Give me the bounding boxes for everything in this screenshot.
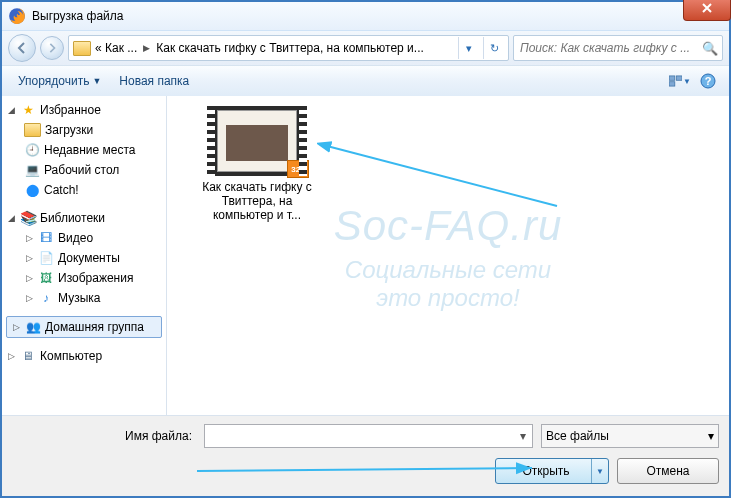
computer-icon: 🖥 (20, 348, 36, 364)
nav-pictures[interactable]: ▷🖼Изображения (2, 268, 166, 288)
catch-icon: ⬤ (24, 182, 40, 198)
address-row: « Как ... ▶ Как скачать гифку с Твиттера… (2, 31, 729, 66)
music-icon: ♪ (38, 290, 54, 306)
nav-favorites[interactable]: ◢★Избранное (2, 100, 166, 120)
nav-computer[interactable]: ▷🖥Компьютер (2, 346, 166, 366)
chevron-down-icon: ▾ (708, 429, 714, 443)
open-split-dropdown[interactable]: ▼ (591, 459, 608, 483)
file-dialog-window: Выгрузка файла « Как ... ▶ Как скачать г… (0, 0, 731, 498)
organize-button[interactable]: Упорядочить ▼ (12, 70, 107, 92)
dialog-footer: Имя файла: ▾ Все файлы ▾ Открыть ▼ Отмен… (2, 415, 729, 496)
cancel-label: Отмена (646, 464, 689, 478)
search-icon[interactable]: 🔍 (702, 41, 718, 56)
nav-catch[interactable]: ⬤Catch! (2, 180, 166, 200)
chevron-down-icon: ▼ (683, 77, 691, 86)
breadcrumb-prefix: « Как ... (95, 41, 137, 55)
back-button[interactable] (8, 34, 36, 62)
desktop-icon: 💻 (24, 162, 40, 178)
nav-recent[interactable]: 🕘Недавние места (2, 140, 166, 160)
nav-libraries[interactable]: ◢📚Библиотеки (2, 208, 166, 228)
library-icon: 📚 (20, 210, 36, 226)
toolbar: Упорядочить ▼ Новая папка ▼ ? (2, 66, 729, 97)
annotation-arrow-1 (317, 126, 567, 226)
video-icon: 🎞 (38, 230, 54, 246)
new-folder-button[interactable]: Новая папка (113, 70, 195, 92)
file-item[interactable]: 321 Как скачать гифку с Твиттера, на ком… (197, 106, 317, 222)
filename-label: Имя файла: (12, 429, 196, 443)
navigation-pane: ◢★Избранное Загрузки 🕘Недавние места 💻Ра… (2, 96, 167, 418)
close-icon (702, 3, 712, 13)
star-icon: ★ (20, 102, 36, 118)
title-bar: Выгрузка файла (2, 2, 729, 31)
cancel-button[interactable]: Отмена (617, 458, 719, 484)
content-pane[interactable]: Soc-FAQ.ru Социальные сети это просто! 3… (167, 96, 729, 418)
folder-icon (73, 41, 91, 56)
help-icon: ? (700, 73, 716, 89)
back-arrow-icon (16, 42, 28, 54)
organize-label: Упорядочить (18, 74, 89, 88)
open-label: Открыть (522, 464, 569, 478)
file-label: Как скачать гифку с Твиттера, на компьют… (197, 180, 317, 222)
homegroup-icon: 👥 (25, 319, 41, 335)
window-title: Выгрузка файла (32, 9, 124, 23)
file-thumbnail: 321 (207, 106, 307, 176)
firefox-icon (8, 7, 26, 25)
picture-icon: 🖼 (38, 270, 54, 286)
forward-arrow-icon (47, 43, 57, 53)
breadcrumb-path: Как скачать гифку с Твиттера, на компьют… (156, 41, 424, 55)
search-input[interactable] (518, 40, 702, 56)
svg-rect-3 (669, 82, 675, 86)
document-icon: 📄 (38, 250, 54, 266)
view-icon (669, 74, 682, 88)
open-button[interactable]: Открыть ▼ (495, 458, 609, 484)
chevron-right-icon: ▶ (141, 43, 152, 53)
breadcrumb-dropdown[interactable]: ▾ (458, 37, 479, 59)
svg-text:?: ? (705, 75, 712, 87)
forward-button[interactable] (40, 36, 64, 60)
filter-label: Все файлы (546, 429, 609, 443)
nav-homegroup[interactable]: ▷👥Домашняя группа (6, 316, 162, 338)
view-options-button[interactable]: ▼ (669, 70, 691, 92)
breadcrumb-bar[interactable]: « Как ... ▶ Как скачать гифку с Твиттера… (68, 35, 509, 61)
file-type-filter[interactable]: Все файлы ▾ (541, 424, 719, 448)
recent-icon: 🕘 (24, 142, 40, 158)
new-folder-label: Новая папка (119, 74, 189, 88)
filename-combo[interactable]: ▾ (204, 424, 533, 448)
nav-desktop[interactable]: 💻Рабочий стол (2, 160, 166, 180)
thumbnail-badge: 321 (287, 160, 309, 178)
help-button[interactable]: ? (697, 70, 719, 92)
svg-rect-2 (676, 76, 682, 80)
nav-videos[interactable]: ▷🎞Видео (2, 228, 166, 248)
nav-music[interactable]: ▷♪Музыка (2, 288, 166, 308)
chevron-down-icon: ▼ (92, 76, 101, 86)
folder-icon (24, 123, 41, 137)
search-box[interactable]: 🔍 (513, 35, 723, 61)
chevron-down-icon[interactable]: ▾ (514, 429, 532, 443)
nav-documents[interactable]: ▷📄Документы (2, 248, 166, 268)
nav-downloads[interactable]: Загрузки (2, 120, 166, 140)
close-button[interactable] (683, 0, 731, 21)
refresh-button[interactable]: ↻ (483, 37, 504, 59)
svg-rect-1 (669, 76, 675, 80)
svg-line-6 (327, 146, 557, 206)
